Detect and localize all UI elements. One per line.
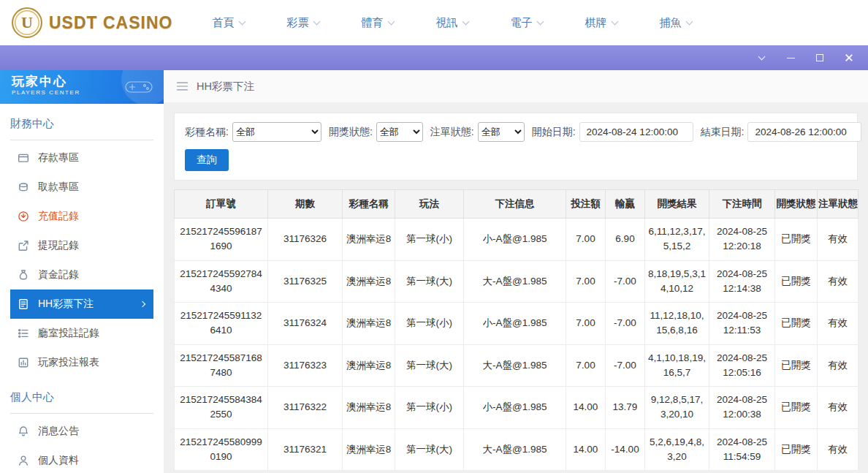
site-logo[interactable]: U USDT CASINO (12, 7, 172, 38)
table-cell: 澳洲幸运8 (343, 303, 395, 345)
table-cell: 已開獎 (775, 219, 818, 261)
nav-item-home[interactable]: 首頁 (212, 16, 245, 30)
bet-table-card: 訂單號期數彩種名稱玩法下注信息投注額輸贏開獎結果下注時間開獎狀態注單狀態 215… (174, 189, 858, 471)
table-header-row: 訂單號期數彩種名稱玩法下注信息投注額輸贏開獎結果下注時間開獎狀態注單狀態 (175, 190, 859, 219)
table-header-cell: 下注信息 (464, 190, 566, 219)
table-cell: 第一球(大) (395, 260, 464, 303)
table-cell: 2024-08-25 12:05:16 (709, 344, 775, 387)
table-cell: 2152172455871687480 (175, 344, 268, 387)
table-cell: 31176323 (268, 344, 343, 387)
table-row: 215217245596187169031176326澳洲幸运8第一球(小)小-… (175, 219, 859, 261)
chevron-down-icon (612, 18, 619, 25)
table-cell: 31176325 (268, 260, 343, 303)
sidebar-item-hh-lottery-bets[interactable]: HH彩票下注 (10, 290, 153, 319)
table-cell: 2024-08-25 12:20:18 (709, 219, 775, 261)
table-cell: 2152172455911326410 (175, 303, 268, 345)
sidebar: 玩家中心 PLAYERS CENTER 財務中心存款專區取款專區充值記錄提現記錄… (0, 70, 164, 473)
hall-list-icon (18, 328, 29, 339)
chevron-down-icon (537, 18, 544, 25)
table-cell: 小-A盤@1.985 (464, 303, 566, 345)
report-icon (18, 357, 29, 368)
table-cell: 有效 (818, 260, 859, 303)
table-cell: 小-A盤@1.985 (464, 219, 566, 261)
query-button[interactable]: 查詢 (185, 149, 229, 171)
sidebar-item-announcements[interactable]: 消息公告 (10, 417, 153, 446)
table-cell: -7.00 (606, 344, 645, 387)
window-close-button[interactable] (843, 52, 855, 64)
table-row: 215217245587168748031176323澳洲幸运8第一球(大)大-… (175, 344, 859, 387)
window-minimize-button[interactable] (785, 52, 796, 64)
nav-item-sports[interactable]: 體育 (361, 16, 394, 30)
end-date-input[interactable] (747, 122, 861, 142)
table-cell: 2152172455809990190 (175, 428, 268, 471)
nav-item-label: 視訊 (435, 16, 457, 30)
sidebar-item-hall-bet-records[interactable]: 廳室投註記錄 (10, 319, 153, 348)
start-date-input[interactable] (579, 122, 693, 142)
nav-item-electronic[interactable]: 電子 (510, 16, 543, 30)
table-cell: 大-A盤@1.985 (464, 260, 566, 303)
sidebar-item-label: 提現記錄 (38, 239, 79, 252)
sidebar-item-funds-record[interactable]: 資金記錄 (10, 260, 153, 290)
chevron-down-icon (313, 18, 321, 25)
chevron-down-icon (239, 18, 246, 25)
table-row: 215217245580999019031176321澳洲幸运8第一球(大)大-… (175, 428, 859, 471)
nav-item-label: 彩票 (286, 16, 308, 30)
gamepad-icon (124, 77, 153, 97)
sidebar-item-profile[interactable]: 個人資料 (10, 446, 153, 473)
start-date-label: 開始日期: (532, 126, 576, 139)
sidebar-item-deposit[interactable]: 存款專區 (10, 143, 153, 173)
table-cell: 有效 (818, 428, 859, 471)
table-cell: 31176322 (268, 387, 343, 429)
breadcrumb: HH彩票下注 (164, 70, 868, 102)
lottery-name-select[interactable]: 全部 (232, 122, 321, 142)
table-cell: 澳洲幸运8 (343, 428, 395, 471)
table-cell: 已開獎 (775, 428, 818, 471)
table-header-cell: 訂單號 (175, 190, 268, 219)
nav-item-boardgames[interactable]: 棋牌 (585, 16, 617, 30)
sidebar-item-player-bet-report[interactable]: 玩家投注報表 (10, 348, 153, 377)
table-cell: 14.00 (566, 428, 606, 471)
table-cell: 2152172455927844340 (175, 260, 268, 303)
nav-item-fishing[interactable]: 捕魚 (659, 16, 692, 30)
table-cell: 2024-08-25 11:54:59 (709, 428, 775, 471)
sidebar-item-recharge-record[interactable]: 充值記錄 (10, 202, 153, 231)
table-cell: 大-A盤@1.985 (464, 344, 566, 387)
table-header-cell: 下注時間 (709, 190, 775, 219)
sidebar-item-label: 個人資料 (38, 454, 79, 467)
hamburger-icon[interactable] (176, 81, 189, 91)
chevron-right-icon (140, 301, 145, 307)
table-header-cell: 玩法 (395, 190, 464, 219)
sidebar-item-cashout-record[interactable]: 提現記錄 (10, 231, 153, 260)
nav-item-label: 首頁 (212, 16, 234, 30)
sidebar-item-withdraw[interactable]: 取款專區 (10, 173, 153, 202)
sidebar-item-label: 充值記錄 (38, 210, 79, 223)
nav-item-label: 電子 (510, 16, 532, 30)
table-cell: 31176321 (268, 428, 343, 471)
bet-status-select[interactable]: 全部 (478, 122, 525, 142)
table-header-cell: 彩種名稱 (343, 190, 395, 219)
table-cell: 7.00 (566, 219, 606, 261)
bet-table: 訂單號期數彩種名稱玩法下注信息投注額輸贏開獎結果下注時間開獎狀態注單狀態 215… (174, 189, 859, 471)
nav-item-lottery[interactable]: 彩票 (286, 16, 319, 30)
nav-item-video[interactable]: 視訊 (435, 16, 468, 30)
draw-status-select[interactable]: 全部 (376, 122, 423, 142)
sidebar-item-label: HH彩票下注 (38, 298, 94, 311)
table-cell: 澳洲幸运8 (343, 344, 395, 387)
table-cell: 5,2,6,19,4,8,3,20 (645, 428, 709, 471)
main-area: HH彩票下注 彩種名稱: 全部 開獎狀態: 全部 注單狀態: 全部 (164, 70, 868, 473)
table-header-cell: 開獎狀態 (775, 190, 818, 219)
chevron-down-icon (758, 53, 765, 60)
sidebar-section-title: 財務中心 (10, 114, 153, 140)
table-cell: 第一球(小) (395, 387, 464, 429)
window-collapse-button[interactable] (755, 52, 767, 64)
table-cell: 2152172455843842550 (175, 387, 268, 429)
sidebar-item-label: 消息公告 (38, 425, 79, 438)
table-cell: 14.00 (566, 387, 606, 429)
table-cell: 第一球(小) (395, 219, 464, 261)
table-header-cell: 開獎結果 (645, 190, 709, 219)
window-maximize-button[interactable] (814, 52, 826, 64)
table-cell: 7.00 (566, 303, 606, 345)
recharge-icon (18, 211, 29, 222)
table-cell: 2024-08-25 12:00:38 (709, 387, 775, 429)
maximize-icon (816, 54, 823, 61)
